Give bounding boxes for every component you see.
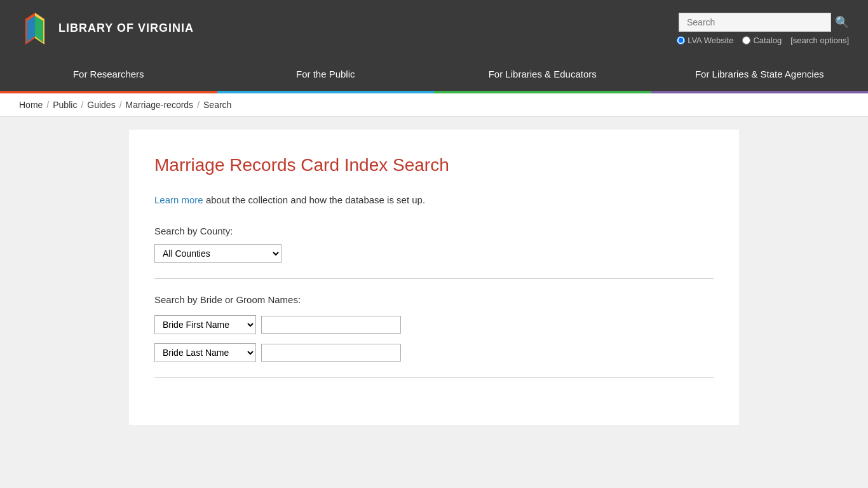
intro-rest-text: about the collection and how the databas…	[203, 194, 425, 205]
name-type-select-1[interactable]: Bride First Name Bride Last Name Groom F…	[154, 315, 256, 334]
breadcrumb-public[interactable]: Public	[53, 100, 77, 110]
county-label: Search by County:	[154, 226, 714, 236]
learn-more-link[interactable]: Learn more	[154, 194, 203, 205]
breadcrumb-guides[interactable]: Guides	[87, 100, 115, 110]
lva-website-radio-group[interactable]: LVA Website	[677, 36, 733, 45]
content-card: Marriage Records Card Index Search Learn…	[129, 130, 739, 425]
name-type-select-2[interactable]: Bride First Name Bride Last Name Groom F…	[154, 343, 256, 362]
name-input-2[interactable]	[261, 344, 401, 362]
breadcrumb-home[interactable]: Home	[19, 100, 43, 110]
main-nav: For Researchers For the Public For Libra…	[0, 57, 868, 93]
site-header: LIBRARY OF VIRGINIA 🔍 LVA Website Catalo…	[0, 0, 868, 57]
catalog-label: Catalog	[753, 36, 782, 45]
search-options-row: LVA Website Catalog [search options]	[677, 36, 849, 45]
names-label: Search by Bride or Groom Names:	[154, 294, 714, 305]
nav-lib-state[interactable]: For Libraries & State Agencies	[651, 57, 869, 93]
county-section: Search by County: All Counties Accomack …	[154, 226, 714, 263]
name-input-1[interactable]	[261, 316, 401, 334]
name-row-1: Bride First Name Bride Last Name Groom F…	[154, 315, 714, 334]
search-area: 🔍 LVA Website Catalog [search options]	[677, 13, 849, 45]
intro-paragraph: Learn more about the collection and how …	[154, 193, 714, 208]
breadcrumb: Home / Public / Guides / Marriage-record…	[19, 100, 849, 110]
breadcrumb-bar: Home / Public / Guides / Marriage-record…	[0, 93, 868, 117]
page-title: Marriage Records Card Index Search	[154, 155, 714, 175]
section-divider-1	[154, 278, 714, 279]
breadcrumb-current: Search	[203, 100, 231, 110]
catalog-radio[interactable]	[742, 36, 750, 44]
search-input[interactable]	[679, 13, 831, 32]
logo-area: LIBRARY OF VIRGINIA	[19, 10, 194, 48]
breadcrumb-marriage-records[interactable]: Marriage-records	[126, 100, 194, 110]
search-button[interactable]: 🔍	[835, 15, 849, 29]
logo-text: LIBRARY OF VIRGINIA	[58, 22, 194, 36]
logo-icon	[19, 10, 51, 48]
names-section: Search by Bride or Groom Names: Bride Fi…	[154, 294, 714, 362]
county-select[interactable]: All Counties Accomack Albemarle Alleghan…	[154, 244, 281, 263]
section-divider-2	[154, 377, 714, 378]
lva-website-label: LVA Website	[688, 36, 733, 45]
lva-website-radio[interactable]	[677, 36, 685, 44]
search-options-link[interactable]: [search options]	[790, 36, 849, 45]
catalog-radio-group[interactable]: Catalog	[742, 36, 782, 45]
nav-lib-edu[interactable]: For Libraries & Educators	[434, 57, 651, 93]
nav-public[interactable]: For the Public	[217, 57, 435, 93]
main-container: Marriage Records Card Index Search Learn…	[116, 130, 752, 425]
nav-researchers[interactable]: For Researchers	[0, 57, 217, 93]
name-row-2: Bride First Name Bride Last Name Groom F…	[154, 343, 714, 362]
